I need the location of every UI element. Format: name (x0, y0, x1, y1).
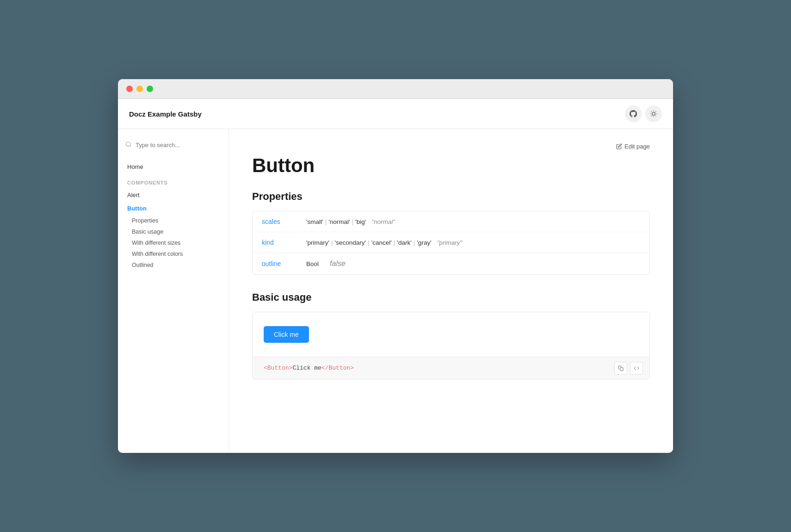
prop-type-outline: Bool (306, 260, 319, 267)
code-actions (614, 362, 643, 375)
prop-name-scales: scales (262, 218, 299, 225)
sidebar-subitem-different-colors[interactable]: With different colors (118, 248, 229, 260)
sidebar-subitem-properties[interactable]: Properties (118, 215, 229, 226)
sidebar-item-button[interactable]: Button (118, 202, 229, 215)
demo-code-block: <Button>Click me</Button> (253, 357, 649, 379)
search-input[interactable] (136, 142, 221, 148)
svg-line-7 (651, 116, 652, 116)
copy-icon (618, 365, 624, 371)
prop-default-outline: false (330, 260, 346, 268)
svg-point-0 (652, 112, 655, 116)
close-button[interactable] (126, 86, 133, 92)
sidebar-item-alert[interactable]: Alert (118, 188, 229, 202)
prop-row-scales: scales 'small' | 'normal' | 'big' "norma… (253, 211, 649, 232)
titlebar (118, 79, 673, 99)
prop-values-kind: 'primary' | 'secondary' | 'cancel' | 'da… (306, 239, 462, 246)
app-title: Docz Example Gatsby (129, 110, 202, 118)
properties-section-title: Properties (252, 191, 650, 203)
svg-line-3 (651, 111, 652, 112)
header-actions (625, 105, 662, 122)
expand-code-button[interactable] (630, 362, 643, 375)
maximize-button[interactable] (147, 86, 153, 92)
edit-icon (616, 143, 622, 149)
edit-page-link[interactable]: Edit page (616, 143, 650, 150)
github-icon (630, 110, 637, 118)
traffic-lights (126, 86, 153, 92)
demo-box: Click me (252, 312, 650, 379)
github-button[interactable] (625, 105, 642, 122)
prop-name-kind: kind (262, 239, 299, 246)
svg-line-4 (655, 116, 656, 116)
svg-rect-11 (620, 368, 624, 371)
sidebar-subitem-basic-usage[interactable]: Basic usage (118, 226, 229, 237)
main-layout: Home COMPONENTS Alert Button Properties … (118, 129, 673, 453)
components-section-label: COMPONENTS (118, 173, 229, 188)
header: Docz Example Gatsby (118, 99, 673, 129)
sidebar-nav: Home COMPONENTS Alert Button Properties … (118, 156, 229, 274)
sidebar-subitem-outlined[interactable]: Outlined (118, 260, 229, 271)
svg-point-9 (126, 142, 130, 146)
svg-line-8 (655, 111, 656, 112)
basic-usage-section-title: Basic usage (252, 291, 650, 303)
prop-values-scales: 'small' | 'normal' | 'big' "normal" (306, 218, 395, 225)
prop-row-outline: outline Bool false (253, 253, 649, 274)
svg-line-10 (130, 146, 131, 147)
minimize-button[interactable] (136, 86, 143, 92)
page-title: Button (252, 155, 650, 177)
sidebar-subitem-different-sizes[interactable]: With different sizes (118, 237, 229, 248)
sun-icon (650, 110, 657, 118)
properties-table: scales 'small' | 'normal' | 'big' "norma… (252, 211, 650, 275)
sidebar-item-home[interactable]: Home (118, 160, 229, 173)
sidebar: Home COMPONENTS Alert Button Properties … (118, 129, 229, 453)
theme-toggle-button[interactable] (645, 105, 662, 122)
edit-page-bar: Edit page (252, 143, 650, 150)
search-box (118, 138, 229, 156)
content-area: Edit page Button Properties scales 'smal… (229, 129, 673, 453)
copy-code-button[interactable] (614, 362, 627, 375)
prop-row-kind: kind 'primary' | 'secondary' | 'cancel' … (253, 232, 649, 253)
code-snippet: <Button>Click me</Button> (264, 365, 638, 371)
code-icon (634, 365, 639, 371)
demo-click-me-button[interactable]: Click me (264, 326, 309, 343)
demo-preview: Click me (253, 312, 649, 357)
prop-name-outline: outline (262, 260, 299, 267)
search-icon (125, 141, 132, 149)
app-window: Docz Example Gatsby (118, 79, 673, 453)
